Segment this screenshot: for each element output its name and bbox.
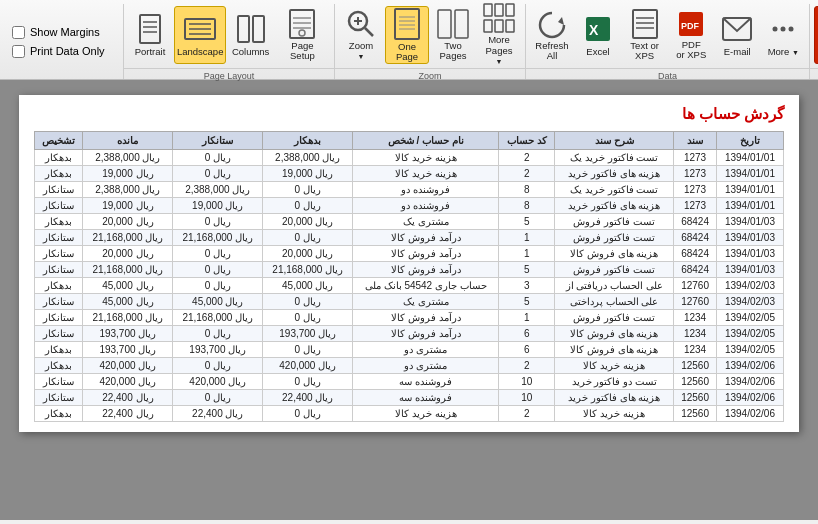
table-cell: ستانکار bbox=[35, 262, 83, 278]
page-setup-button[interactable]: Page Setup bbox=[275, 6, 330, 64]
one-page-button[interactable]: One Page bbox=[385, 6, 429, 64]
print-data-only-option[interactable]: Print Data Only bbox=[12, 45, 115, 58]
col-type: تشخیص bbox=[35, 132, 83, 150]
table-cell: هزینه خرید کالا bbox=[353, 166, 499, 182]
more-button[interactable]: More ▼ bbox=[761, 6, 805, 64]
table-cell: تست فاکتور فروش bbox=[555, 214, 674, 230]
table-cell: هزینه های فروش کالا bbox=[555, 246, 674, 262]
table-cell: 1394/02/06 bbox=[716, 358, 783, 374]
table-cell: فروشنده سه bbox=[353, 374, 499, 390]
table-cell: بدهکار bbox=[35, 358, 83, 374]
svg-rect-31 bbox=[506, 20, 514, 32]
table-cell: 2 bbox=[499, 150, 555, 166]
zoom-icon bbox=[345, 9, 377, 39]
show-margins-checkbox[interactable] bbox=[12, 26, 25, 39]
pdf-label: PDFor XPS bbox=[676, 40, 706, 61]
table-cell: ریال 45,000 bbox=[83, 278, 173, 294]
svg-point-44 bbox=[789, 26, 794, 31]
more-pages-button[interactable]: More Pages ▼ bbox=[477, 6, 521, 64]
table-cell: 1273 bbox=[674, 150, 717, 166]
table-cell: فروشنده سه bbox=[353, 390, 499, 406]
table-cell: ریال 19,000 bbox=[263, 166, 353, 182]
table-cell: تست فاکتور فروش bbox=[555, 262, 674, 278]
table-cell: ریال 0 bbox=[173, 214, 263, 230]
table-cell: 1394/02/05 bbox=[716, 326, 783, 342]
table-row: 1394/01/0368424تست فاکتور فروش5مشتری یکر… bbox=[35, 214, 784, 230]
close-print-preview-button[interactable]: Close Print Preview bbox=[814, 6, 818, 64]
col-doc: سند bbox=[674, 132, 717, 150]
pdf-icon: PDF bbox=[675, 10, 707, 38]
table-cell: تست دو فاکتور خرید bbox=[555, 374, 674, 390]
table-cell: درآمد فروش کالا bbox=[353, 326, 499, 342]
svg-point-14 bbox=[299, 30, 305, 36]
col-credit: ستانکار bbox=[173, 132, 263, 150]
toolbar: Show Margins Print Data Only Portrait La… bbox=[0, 0, 818, 80]
refresh-all-button[interactable]: Refresh All bbox=[530, 6, 574, 64]
table-cell: 12560 bbox=[674, 406, 717, 422]
show-margins-label: Show Margins bbox=[30, 26, 100, 38]
table-cell: ریال 21,168,000 bbox=[173, 230, 263, 246]
two-pages-label: Two Pages bbox=[437, 41, 469, 62]
excel-button[interactable]: X Excel bbox=[576, 6, 620, 64]
two-pages-button[interactable]: Two Pages bbox=[431, 6, 475, 64]
print-data-only-checkbox[interactable] bbox=[12, 45, 25, 58]
table-cell: 1394/01/03 bbox=[716, 230, 783, 246]
zoom-button[interactable]: Zoom ▼ bbox=[339, 6, 383, 64]
table-cell: ریال 0 bbox=[173, 150, 263, 166]
table-cell: 1394/02/06 bbox=[716, 406, 783, 422]
table-cell: 1394/01/03 bbox=[716, 262, 783, 278]
table-cell: ریال 45,000 bbox=[173, 294, 263, 310]
table-row: 1394/02/0612560هزینه خرید کالا2مشتری دور… bbox=[35, 358, 784, 374]
table-cell: 1394/02/05 bbox=[716, 310, 783, 326]
table-row: 1394/02/051234تست فاکتور فروش1درآمد فروش… bbox=[35, 310, 784, 326]
text-or-xps-button[interactable]: Text or XPS bbox=[622, 6, 667, 64]
svg-rect-9 bbox=[253, 16, 264, 42]
svg-rect-25 bbox=[455, 10, 468, 38]
table-cell: ریال 20,000 bbox=[83, 246, 173, 262]
table-cell: ریال 420,000 bbox=[83, 374, 173, 390]
table-cell: ریال 0 bbox=[263, 310, 353, 326]
refresh-all-label: Refresh All bbox=[535, 41, 568, 62]
table-cell: تست فاکتور خرید یک bbox=[555, 182, 674, 198]
svg-rect-8 bbox=[238, 16, 249, 42]
table-cell: ریال 22,400 bbox=[173, 406, 263, 422]
table-cell: 2 bbox=[499, 166, 555, 182]
table-cell: ریال 193,700 bbox=[83, 342, 173, 358]
pdf-button[interactable]: PDF PDFor XPS bbox=[669, 6, 713, 64]
table-cell: بدهکار bbox=[35, 278, 83, 294]
table-cell: 10 bbox=[499, 374, 555, 390]
table-cell: 8 bbox=[499, 198, 555, 214]
email-button[interactable]: E-mail bbox=[715, 6, 759, 64]
svg-rect-24 bbox=[438, 10, 451, 38]
table-cell: حساب جاری 54542 بانک ملی bbox=[353, 278, 499, 294]
table-cell: هزینه خرید کالا bbox=[555, 358, 674, 374]
table-cell: ریال 22,400 bbox=[83, 406, 173, 422]
table-cell: ریال 0 bbox=[263, 198, 353, 214]
page-setup-icon bbox=[286, 9, 318, 39]
table-row: 1394/02/051234هزینه های فروش کالا6مشتری … bbox=[35, 342, 784, 358]
svg-rect-10 bbox=[290, 10, 314, 38]
table-cell: تست فاکتور فروش bbox=[555, 230, 674, 246]
table-cell: ستانکار bbox=[35, 326, 83, 342]
svg-text:PDF: PDF bbox=[681, 21, 700, 31]
col-balance: مانده bbox=[83, 132, 173, 150]
table-cell: 1394/02/05 bbox=[716, 342, 783, 358]
table-cell: هزینه های فروش کالا bbox=[555, 342, 674, 358]
page-title: گردش حساب ها bbox=[34, 105, 784, 123]
table-cell: ریال 19,000 bbox=[83, 198, 173, 214]
portrait-button[interactable]: Portrait bbox=[128, 6, 172, 64]
table-row: 1394/02/0612560هزینه های فاکتور خرید10فر… bbox=[35, 390, 784, 406]
table-cell: 68424 bbox=[674, 246, 717, 262]
landscape-button[interactable]: Landscape bbox=[174, 6, 226, 64]
table-cell: ریال 0 bbox=[263, 406, 353, 422]
table-cell: 1234 bbox=[674, 342, 717, 358]
table-cell: 5 bbox=[499, 294, 555, 310]
table-row: 1394/02/051234هزینه های فروش کالا6درآمد … bbox=[35, 326, 784, 342]
svg-marker-32 bbox=[558, 17, 564, 25]
table-cell: ستانکار bbox=[35, 230, 83, 246]
svg-rect-0 bbox=[140, 15, 160, 43]
show-margins-option[interactable]: Show Margins bbox=[12, 26, 115, 39]
page-setup-label: Page Setup bbox=[281, 41, 324, 62]
table-cell: ریال 0 bbox=[173, 262, 263, 278]
columns-button[interactable]: Columns bbox=[228, 6, 273, 64]
